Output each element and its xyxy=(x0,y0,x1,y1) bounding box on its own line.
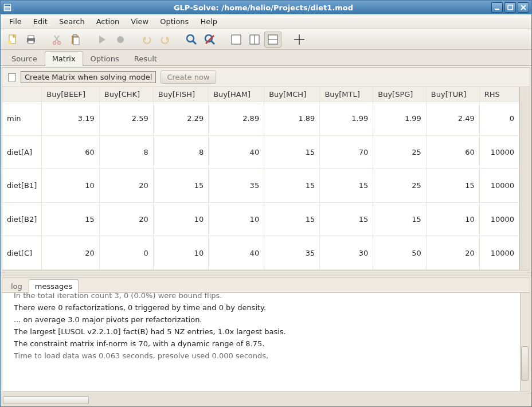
matrix-cell[interactable]: 10000 xyxy=(479,236,519,270)
matrix-cell[interactable]: 15 xyxy=(264,169,320,203)
tab-source[interactable]: Source xyxy=(4,51,45,66)
matrix-col-0[interactable] xyxy=(2,87,42,102)
matrix-cell[interactable]: 70 xyxy=(320,135,373,169)
close-button[interactable] xyxy=(518,2,529,13)
new-file-icon[interactable] xyxy=(4,32,21,48)
matrix-cell[interactable]: 1.89 xyxy=(264,102,320,136)
table-row[interactable]: diet[A]6088401570256010000 xyxy=(2,135,519,169)
matrix-cell[interactable]: 20 xyxy=(99,202,153,236)
matrix-cell[interactable]: 15 xyxy=(426,169,479,203)
matrix-cell[interactable]: 10000 xyxy=(479,202,519,236)
panel-split-icon[interactable] xyxy=(246,32,263,48)
matrix-vscrollbar[interactable] xyxy=(519,87,530,270)
menu-view[interactable]: View xyxy=(126,15,154,28)
matrix-cell[interactable]: 10000 xyxy=(479,169,519,203)
undo-icon[interactable] xyxy=(138,32,155,48)
matrix-col-1[interactable]: Buy[BEEF] xyxy=(42,87,99,102)
matrix-cell[interactable]: 35 xyxy=(209,169,264,203)
matrix-cell[interactable]: 1.99 xyxy=(320,102,373,136)
matrix-col-3[interactable]: Buy[FISH] xyxy=(153,87,208,102)
menu-action[interactable]: Action xyxy=(91,15,125,28)
matrix-cell[interactable]: 40 xyxy=(209,236,264,270)
matrix-cell[interactable]: 3.19 xyxy=(42,102,99,136)
titlebar[interactable]: GLP-Solve: /home/helio/Projects/diet1.mo… xyxy=(1,1,531,14)
app-icon xyxy=(3,3,12,12)
matrix-cell[interactable]: 2.89 xyxy=(209,102,264,136)
table-row[interactable]: diet[C]20010403530502010000 xyxy=(2,236,519,270)
menu-help[interactable]: Help xyxy=(195,15,222,28)
matrix-cell[interactable]: 10 xyxy=(42,169,99,203)
matrix-cell[interactable]: 10 xyxy=(209,202,264,236)
matrix-cell[interactable]: 10 xyxy=(153,236,208,270)
maximize-button[interactable] xyxy=(504,2,516,13)
matrix-cell[interactable]: 10 xyxy=(153,202,208,236)
matrix-cell[interactable]: 20 xyxy=(426,236,479,270)
matrix-col-8[interactable]: Buy[TUR] xyxy=(426,87,479,102)
matrix-col-7[interactable]: Buy[SPG] xyxy=(373,87,427,102)
matrix-cell[interactable]: 10000 xyxy=(479,135,519,169)
tab-matrix[interactable]: Matrix xyxy=(45,51,83,66)
tab-messages[interactable]: messages xyxy=(29,279,79,293)
matrix-cell[interactable]: 2.59 xyxy=(99,102,153,136)
matrix-col-2[interactable]: Buy[CHK] xyxy=(99,87,153,102)
table-row[interactable]: diet[B1]102015351515251510000 xyxy=(2,169,519,203)
matrix-col-5[interactable]: Buy[MCH] xyxy=(264,87,320,102)
matrix-cell[interactable]: 15 xyxy=(320,169,373,203)
messages-vscrollbar[interactable] xyxy=(520,293,530,391)
matrix-cell[interactable]: 0 xyxy=(479,102,519,136)
play-icon[interactable] xyxy=(93,32,111,48)
messages-body[interactable]: In the total iteration count 3, 0 (0.0%)… xyxy=(2,293,530,391)
scrollbar-thumb[interactable] xyxy=(521,346,529,381)
matrix-cell[interactable]: 60 xyxy=(42,135,99,169)
matrix-col-9[interactable]: RHS xyxy=(479,87,519,102)
matrix-cell[interactable]: 10 xyxy=(426,202,479,236)
matrix-cell[interactable]: 2.49 xyxy=(426,102,479,136)
panel-three-icon[interactable] xyxy=(264,32,281,48)
menu-options[interactable]: Options xyxy=(155,15,194,28)
matrix-col-4[interactable]: Buy[HAM] xyxy=(209,87,264,102)
menu-search[interactable]: Search xyxy=(54,15,90,28)
matrix-cell[interactable]: 15 xyxy=(153,169,208,203)
matrix-cell[interactable]: 15 xyxy=(264,135,320,169)
matrix-cell[interactable]: 15 xyxy=(42,202,99,236)
table-row[interactable]: diet[B2]152010101515151010000 xyxy=(2,202,519,236)
panel-single-icon[interactable] xyxy=(228,32,245,48)
matrix-cell[interactable]: 25 xyxy=(373,135,427,169)
tab-result[interactable]: Result xyxy=(127,51,165,66)
record-icon[interactable] xyxy=(112,32,129,48)
crosshair-icon[interactable] xyxy=(291,32,308,48)
menu-edit[interactable]: Edit xyxy=(28,15,53,28)
splitter[interactable] xyxy=(1,272,531,276)
matrix-cell[interactable]: 8 xyxy=(99,135,153,169)
matrix-cell[interactable]: 8 xyxy=(153,135,208,169)
matrix-cell[interactable]: 0 xyxy=(99,236,153,270)
create-now-button[interactable]: Create now xyxy=(161,71,216,84)
matrix-table[interactable]: Buy[BEEF]Buy[CHK]Buy[FISH]Buy[HAM]Buy[MC… xyxy=(2,87,519,270)
matrix-cell[interactable]: 40 xyxy=(209,135,264,169)
matrix-cell[interactable]: 30 xyxy=(320,236,373,270)
redo-icon[interactable] xyxy=(157,32,174,48)
matrix-cell[interactable]: 25 xyxy=(373,169,427,203)
matrix-cell[interactable]: 1.99 xyxy=(373,102,427,136)
matrix-cell[interactable]: 15 xyxy=(264,202,320,236)
matrix-col-6[interactable]: Buy[MTL] xyxy=(320,87,373,102)
cut-icon[interactable] xyxy=(49,32,66,48)
matrix-cell[interactable]: 15 xyxy=(320,202,373,236)
matrix-cell[interactable]: 35 xyxy=(264,236,320,270)
zoom-icon[interactable] xyxy=(183,32,200,48)
matrix-cell[interactable]: 60 xyxy=(426,135,479,169)
minimize-button[interactable] xyxy=(491,2,503,13)
print-icon[interactable] xyxy=(22,32,40,48)
matrix-cell[interactable]: 50 xyxy=(373,236,427,270)
matrix-cell[interactable]: 15 xyxy=(373,202,427,236)
tab-log[interactable]: log xyxy=(5,279,29,293)
create-matrix-checkbox[interactable] xyxy=(8,73,16,81)
paste-icon[interactable] xyxy=(67,32,84,48)
matrix-cell[interactable]: 20 xyxy=(99,169,153,203)
tab-options[interactable]: Options xyxy=(83,51,127,66)
matrix-cell[interactable]: 20 xyxy=(42,236,99,270)
table-row[interactable]: min3.192.592.292.891.891.991.992.490 xyxy=(2,102,519,136)
matrix-cell[interactable]: 2.29 xyxy=(153,102,208,136)
menu-file[interactable]: File xyxy=(4,15,27,28)
zoom-clear-icon[interactable] xyxy=(201,32,218,48)
